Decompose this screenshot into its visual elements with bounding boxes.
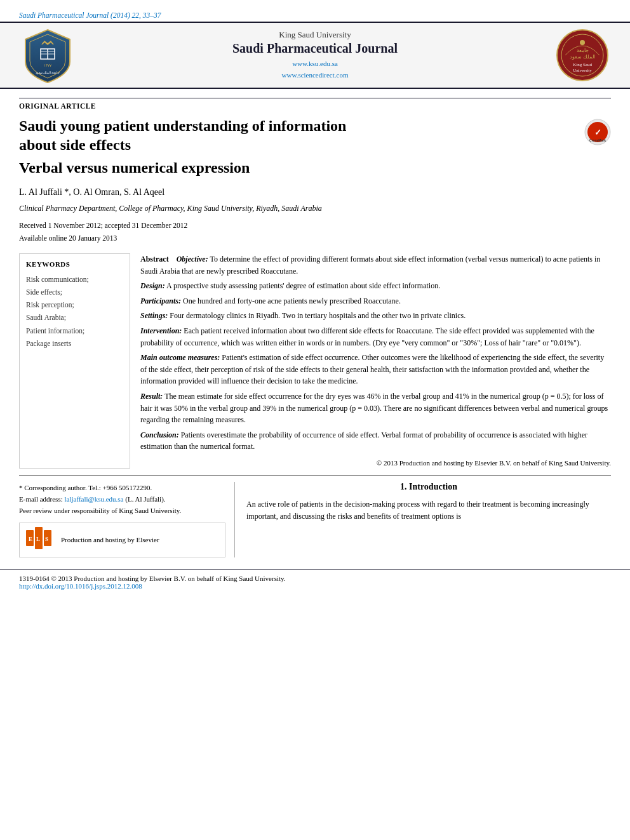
objective-title: Objective: — [177, 255, 208, 263]
abstract-header: Abstract Objective: To determine the eff… — [140, 253, 611, 277]
ksu-shield-icon: ١٣٧٧ جامعة الملك سعود — [19, 27, 76, 84]
elsevier-logo-icon: E L S — [26, 527, 55, 549]
keyword-3: Risk perception; — [26, 298, 123, 311]
title-line1: Saudi young patient understanding of inf… — [19, 117, 346, 134]
dates: Received 1 November 2012; accepted 31 De… — [19, 220, 611, 244]
university-name: King Saud University — [83, 30, 547, 40]
intro-heading: 1. Introduction — [246, 482, 611, 492]
objective-text: To determine the effect of providing dif… — [140, 255, 600, 276]
page-wrapper: Saudi Pharmaceutical Journal (2014) 22, … — [0, 0, 630, 596]
abstract-copyright: © 2013 Production and hosting by Elsevie… — [140, 458, 611, 469]
header-center: King Saud University Saudi Pharmaceutica… — [83, 27, 547, 83]
abstract-participants: Participants: One hundred and forty-one … — [140, 295, 611, 307]
design-title: Design: — [140, 281, 165, 290]
keywords-list: Risk communication; Side effects; Risk p… — [26, 273, 123, 350]
title-line2: about side effects — [19, 137, 131, 153]
abstract-conclusion: Conclusion: Patients overestimate the pr… — [140, 429, 611, 453]
svg-text:جامعة: جامعة — [576, 48, 588, 53]
svg-text:الملك سعود: الملك سعود — [570, 54, 595, 60]
ksu-circular-icon: جامعة الملك سعود King Saud University — [553, 27, 613, 84]
svg-text:King Saud: King Saud — [573, 62, 592, 67]
svg-point-15 — [580, 40, 585, 45]
abstract-design: Design: A prospective study assessing pa… — [140, 280, 611, 292]
journal-reference: Saudi Pharmaceutical Journal (2014) 22, … — [0, 11, 630, 22]
footer-doi: http://dx.doi.org/10.1016/j.jsps.2012.12… — [19, 582, 611, 590]
svg-text:CrossMark: CrossMark — [589, 138, 606, 142]
abstract-main-outcome: Main outcome measures: Patient's estimat… — [140, 352, 611, 387]
url2: www.sciencedirect.com — [83, 70, 547, 81]
keywords-box: KEYWORDS Risk communication; Side effect… — [19, 253, 130, 469]
email-name: (L. Al Juffali). — [125, 495, 165, 503]
abstract-settings: Settings: Four dermatology clinics in Ri… — [140, 310, 611, 322]
corresponding-author: * Corresponding author. Tel.: +966 50517… — [19, 482, 225, 493]
available-date: Available online 20 January 2013 — [19, 232, 611, 245]
intervention-text: Each patient received information about … — [140, 326, 594, 347]
elsevier-box: E L S Production and hosting by Elsevier — [19, 523, 225, 557]
authors: L. Al Juffali *, O. Al Omran, S. Al Aqee… — [19, 187, 611, 197]
bottom-section: * Corresponding author. Tel.: +966 50517… — [19, 475, 611, 557]
footnotes-section: * Corresponding author. Tel.: +966 50517… — [19, 482, 235, 557]
doi-link[interactable]: http://dx.doi.org/10.1016/j.jsps.2012.12… — [19, 582, 142, 590]
logo-right: جامعة الملك سعود King Saud University — [547, 27, 617, 84]
settings-text: Four dermatology clinics in Riyadh. Two … — [170, 311, 466, 320]
participants-text: One hundred and forty-one acne patients … — [183, 297, 401, 305]
email-line: E-mail address: laljaffali@ksu.edu.sa (L… — [19, 493, 225, 505]
article-type: ORIGINAL ARTICLE — [19, 98, 611, 110]
conclusion-text: Patients overestimate the probability of… — [140, 430, 587, 451]
journal-urls: www.ksu.edu.sa www.sciencedirect.com — [83, 58, 547, 81]
svg-text:S: S — [45, 536, 48, 542]
svg-text:✓: ✓ — [594, 128, 601, 137]
page-footer: 1319-0164 © 2013 Production and hosting … — [0, 569, 630, 596]
svg-text:E: E — [29, 536, 32, 542]
conclusion-title: Conclusion: — [140, 430, 179, 439]
logo-left: ١٣٧٧ جامعة الملك سعود — [13, 27, 83, 84]
affiliation: Clinical Pharmacy Department, College of… — [19, 204, 611, 213]
svg-text:L: L — [36, 536, 40, 542]
article-subtitle: Verbal versus numerical expression — [19, 158, 611, 177]
keyword-1: Risk communication; — [26, 273, 123, 286]
journal-ref-text: Saudi Pharmaceutical Journal (2014) 22, … — [19, 11, 161, 19]
keyword-5: Patient information; — [26, 324, 123, 337]
keywords-title: KEYWORDS — [26, 260, 123, 268]
result-title: Result: — [140, 392, 163, 401]
article-title-block: Saudi young patient understanding of inf… — [19, 116, 611, 154]
header-banner: ١٣٧٧ جامعة الملك سعود King Saud Universi… — [0, 22, 630, 89]
svg-text:١٣٧٧: ١٣٧٧ — [44, 63, 52, 67]
keyword-2: Side effects; — [26, 286, 123, 298]
settings-title: Settings: — [140, 311, 168, 320]
main-outcome-title: Main outcome measures: — [140, 353, 220, 362]
svg-text:University: University — [573, 68, 592, 73]
abstract-intervention: Intervention: Each patient received info… — [140, 325, 611, 349]
journal-title: Saudi Pharmaceutical Journal — [83, 41, 547, 56]
introduction-section: 1. Introduction An active role of patien… — [235, 482, 611, 557]
abstract-column: Abstract Objective: To determine the eff… — [140, 253, 611, 469]
result-text: The mean estimate for side effect occurr… — [140, 392, 608, 424]
peer-review: Peer review under responsibility of King… — [19, 505, 225, 516]
footer-issn: 1319-0164 © 2013 Production and hosting … — [19, 575, 611, 582]
keyword-4: Saudi Arabia; — [26, 311, 123, 324]
article-body: ORIGINAL ARTICLE Saudi young patient und… — [0, 89, 630, 557]
crossmark-icon: ✓ CrossMark — [584, 119, 611, 145]
elsevier-production-text: Production and hosting by Elsevier — [61, 534, 159, 545]
two-column-section: KEYWORDS Risk communication; Side effect… — [19, 253, 611, 469]
participants-title: Participants: — [140, 297, 181, 305]
crossmark-badge: ✓ CrossMark — [584, 119, 611, 150]
email-link[interactable]: laljaffali@ksu.edu.sa — [64, 495, 123, 503]
intro-text: An active role of patients in the decisi… — [246, 498, 611, 522]
keyword-6: Package inserts — [26, 337, 123, 350]
url1: www.ksu.edu.sa — [83, 58, 547, 70]
design-text: A prospective study assessing patients' … — [166, 281, 440, 290]
abstract-result: Result: The mean estimate for side effec… — [140, 390, 611, 426]
intervention-title: Intervention: — [140, 326, 182, 335]
authors-text: L. Al Juffali *, O. Al Omran, S. Al Aqee… — [19, 187, 164, 197]
abstract-label: Abstract — [140, 255, 169, 263]
elsevier-logo: E L S — [26, 527, 55, 552]
email-label: E-mail address: — [19, 495, 63, 503]
received-date: Received 1 November 2012; accepted 31 De… — [19, 220, 611, 232]
article-title-text: Saudi young patient understanding of inf… — [19, 116, 578, 154]
